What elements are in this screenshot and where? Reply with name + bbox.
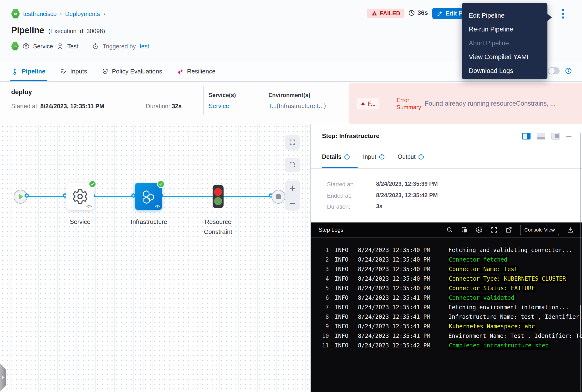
detail-value-duration: 3s: [376, 203, 383, 210]
log-line: 3INFO8/24/2023 12:35:40 PMConnector Name…: [311, 264, 582, 274]
debug-toggle[interactable]: [548, 67, 560, 74]
log-line: 10INFO8/24/2023 12:35:41 PMEnvironment N…: [311, 331, 582, 341]
menu-item-rerun-pipeline[interactable]: Re-run Pipeline: [462, 22, 548, 36]
copy-icon[interactable]: [461, 226, 468, 234]
page-title: Pipeline: [11, 25, 44, 35]
log-line: 9INFO8/24/2023 12:35:41 PMKubernetes Nam…: [311, 322, 582, 331]
scrollbar[interactable]: [580, 132, 581, 392]
zoom-out-button[interactable]: −: [289, 198, 296, 208]
breadcrumb-separator: ›: [60, 10, 62, 17]
edge-port: [24, 194, 29, 198]
step-logs-title: Step Logs: [319, 227, 343, 233]
service-name[interactable]: Service: [33, 43, 53, 50]
log-line: 7INFO8/24/2023 12:35:41 PMFetching envir…: [311, 302, 582, 312]
pipeline-canvas[interactable]: </> </> Service Infrastructure Resource: [0, 124, 310, 392]
menu-item-edit-pipeline[interactable]: Edit Pipeline: [462, 8, 548, 22]
canvas-fullscreen-button[interactable]: [285, 135, 300, 150]
node-label-service: Service: [66, 217, 94, 227]
search-icon[interactable]: [446, 226, 453, 234]
tab-pipeline-label: Pipeline: [22, 68, 45, 75]
traffic-red-light: [214, 188, 222, 196]
tab-inputs[interactable]: Inputs: [60, 62, 87, 81]
log-line: 4INFO8/24/2023 12:35:40 PMConnector Type…: [311, 274, 582, 284]
play-icon: [19, 194, 23, 200]
success-check-icon: [157, 180, 165, 188]
pipeline-actions-menu: Edit Pipeline Re-run Pipeline Abort Pipe…: [462, 3, 548, 79]
chevron-right-icon: [2, 375, 4, 380]
started-at-label: Started at:: [11, 103, 39, 110]
download-icon[interactable]: [567, 226, 574, 234]
environment-link[interactable]: T...(Infrastructure:t...): [268, 102, 326, 110]
tab-details[interactable]: Details: [322, 153, 350, 160]
harness-cd-module-icon: ∞: [11, 42, 19, 50]
success-check-icon: [89, 180, 96, 188]
service-step-node[interactable]: </>: [66, 183, 94, 210]
tab-input[interactable]: Input: [363, 153, 385, 160]
pipeline-tab-icon: [11, 68, 18, 75]
console-view-button[interactable]: Console View: [520, 224, 559, 235]
menu-item-view-compiled-yaml[interactable]: View Compiled YAML: [462, 50, 548, 64]
warning-triangle-icon: [360, 101, 366, 106]
end-node[interactable]: [271, 190, 285, 204]
tab-resilience[interactable]: Resilience: [177, 62, 216, 81]
canvas-marquee-select-button[interactable]: [285, 158, 300, 172]
status-badge: FAILED: [367, 8, 404, 18]
info-icon[interactable]: [565, 67, 572, 74]
step-details-panel: Step: Infrastructure Details Input: [310, 124, 582, 392]
gear-icon[interactable]: [476, 226, 483, 234]
code-glyph: </>: [86, 204, 91, 209]
services-label: Service(s): [209, 92, 236, 98]
layout-bottom-view-icon[interactable]: [537, 133, 545, 140]
scrollbar-thumb[interactable]: [580, 305, 581, 338]
breadcrumb-separator: ›: [103, 10, 105, 17]
warning-triangle-icon: [371, 10, 378, 16]
layout-right-view-icon[interactable]: [552, 133, 560, 140]
minimize-panel-icon[interactable]: [566, 136, 572, 137]
detail-label-started: Started at:: [327, 181, 353, 188]
panel-layout-switcher: [522, 133, 572, 140]
fullscreen-icon[interactable]: [491, 226, 498, 234]
log-lines[interactable]: 1INFO8/24/2023 12:35:40 PMFetching and v…: [311, 238, 582, 392]
error-status-chip: F...: [357, 98, 379, 110]
error-summary-message: Found already running resourceConstrains…: [425, 100, 556, 107]
stage-started-at: Started at: 8/24/2023, 12:35:11 PM: [11, 103, 104, 110]
tab-policy-evaluations[interactable]: Policy Evaluations: [101, 62, 162, 81]
triggered-by-user-link[interactable]: test: [140, 43, 149, 50]
gear-icon: [23, 43, 29, 50]
services-column: Service(s) Service: [209, 92, 236, 110]
menu-item-download-logs[interactable]: Download Logs: [462, 64, 548, 78]
harness-cd-module-icon: ∞: [11, 9, 20, 18]
breadcrumb-deployments-link[interactable]: Deployments: [65, 10, 100, 18]
log-line: 6INFO8/24/2023 12:35:41 PMConnector vali…: [311, 293, 582, 302]
tab-resilience-label: Resilience: [187, 68, 216, 75]
service-link[interactable]: Service: [209, 102, 236, 110]
divider: [85, 41, 85, 52]
more-options-kebab-icon[interactable]: [559, 8, 567, 19]
zoom-in-button[interactable]: +: [289, 183, 296, 193]
tab-pipeline[interactable]: Pipeline: [11, 62, 45, 81]
stage-name[interactable]: deploy: [11, 88, 32, 96]
resource-constraint-node[interactable]: [213, 185, 224, 208]
execution-id: (Execution Id: 30098): [48, 28, 105, 34]
tab-output[interactable]: Output: [398, 153, 424, 160]
detail-label-duration: Duration:: [327, 204, 350, 210]
active-tab-underline: [10, 80, 47, 81]
environments-column: Environment(s) T...(Infrastructure:t...): [268, 92, 326, 110]
breadcrumb-org-link[interactable]: testfrancisco: [23, 10, 56, 18]
pipeline-name[interactable]: Test: [67, 43, 78, 50]
tab-policy-evaluations-label: Policy Evaluations: [112, 68, 162, 75]
started-at-value: 8/24/2023, 12:35:11 PM: [40, 103, 104, 110]
left-panel-expander[interactable]: [0, 363, 6, 392]
status-text: FAILED: [380, 10, 400, 17]
log-line: 1INFO8/24/2023 12:35:40 PMFetching and v…: [311, 245, 582, 255]
external-link-icon[interactable]: [505, 226, 513, 234]
step-logs-header: Step Logs Console View: [311, 222, 582, 238]
infrastructure-step-node[interactable]: </>: [135, 183, 162, 210]
canvas-zoom-controls: + −: [285, 180, 300, 210]
total-duration-text: 36s: [418, 9, 428, 16]
layout-split-view-icon[interactable]: [522, 133, 531, 140]
node-label-resource-constraint: Resource Constraint: [197, 217, 239, 237]
error-chip-text: F...: [368, 100, 376, 107]
marquee-select-icon: [289, 162, 296, 168]
step-panel-title: Step: Infrastructure: [322, 132, 379, 140]
